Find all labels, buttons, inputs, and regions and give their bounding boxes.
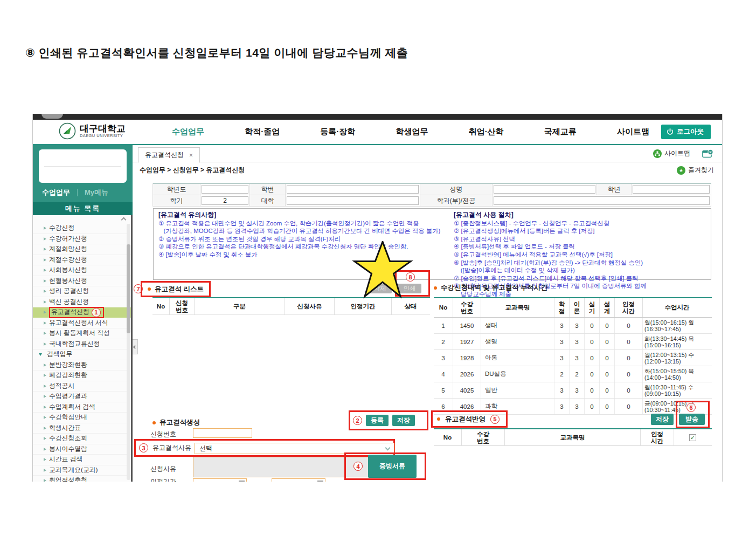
sidebar-item-label: 생리 공결신청	[49, 287, 89, 296]
annotation-3: 3	[139, 443, 148, 452]
logout-button[interactable]: 로그아웃	[661, 125, 711, 139]
content-area: 유고결석신청 × 사이트맵	[133, 145, 722, 482]
application-no-label: 신청번호	[150, 430, 176, 439]
sidebar-item-14[interactable]: 폐강강좌현황	[33, 371, 131, 381]
period-end-input[interactable]	[272, 478, 325, 482]
absence-list-title: 유고결석 리스트	[155, 285, 204, 294]
sidebar-item-21[interactable]: 봉사이수열람	[33, 444, 131, 455]
evidence-button[interactable]: 증빙서류	[368, 455, 417, 478]
select-all-checkbox[interactable]: ✓	[689, 434, 696, 441]
sidebar-item-1[interactable]: 수강허가신청	[33, 234, 131, 245]
sidebar-item-22[interactable]: 시간표 검색	[33, 455, 131, 465]
sidebar-tab-mymenu[interactable]: My메뉴	[85, 188, 108, 197]
breadcrumb-row: 수업업무 > 신청업무 > 유고결석신청 ★ 즐겨찾기	[133, 162, 722, 178]
create-section-title: 유고결석생성	[159, 418, 200, 427]
arrow-right-icon	[44, 248, 46, 251]
tab-close-icon[interactable]: ×	[189, 152, 193, 159]
course-code: 2026	[453, 366, 481, 382]
period-start-input[interactable]	[193, 478, 247, 482]
nav-item-2[interactable]: 등록·장학	[320, 127, 355, 137]
semester-input[interactable]: 2	[202, 196, 248, 205]
course-recognized-hours: 0	[615, 366, 643, 382]
sidebar-tab-work[interactable]: 수업업무	[42, 188, 70, 197]
course-credit: 3	[554, 318, 570, 333]
notice-line-6: ([발송]이후에는 데이터 수정 및 삭제 불가)	[454, 266, 708, 275]
sidebar-item-3[interactable]: 계절수강신청	[33, 255, 131, 266]
course-no: 3	[434, 350, 453, 366]
apply-col-check: ✓	[674, 429, 711, 446]
sidebar-item-16[interactable]: 수업평가결과	[33, 392, 131, 402]
sidebar-item-13[interactable]: 분반강좌현황	[33, 360, 131, 371]
notice-line-4: ④ [발송]이후 날짜 수정 및 취소 불가	[158, 251, 446, 259]
section-bullet-icon	[437, 417, 440, 421]
sidebar-item-17[interactable]: 수업계획서 검색	[33, 402, 131, 413]
grade-label: 학년	[597, 183, 632, 195]
apply-col-2: 교과목명	[505, 429, 641, 446]
sidebar-item-5[interactable]: 헌혈봉사신청	[33, 276, 131, 287]
sidebar-item-2[interactable]: 계절희망신청	[33, 244, 131, 255]
student-no-input[interactable]	[287, 185, 419, 194]
sidebar-item-0[interactable]: 수강신청	[33, 223, 131, 234]
window-top-blob	[41, 114, 63, 119]
sidebar-item-11[interactable]: 국내학점교류신청	[33, 339, 131, 350]
sidebar-item-12[interactable]: 검색업무	[33, 349, 131, 360]
sidebar-collapse-handle[interactable]	[133, 339, 138, 354]
sitemap-icon	[653, 149, 662, 158]
sidebar-item-23[interactable]: 교과목개요(교과)	[33, 465, 131, 476]
arrow-right-icon	[44, 290, 46, 293]
notice-line-0: ① 유고결석 적용은 대면수업 및 실시간 Zoom 수업, 학습기간(출석인정…	[158, 220, 446, 228]
menu-scrollbar[interactable]	[127, 224, 130, 480]
major-input[interactable]	[494, 196, 710, 205]
college-input[interactable]	[287, 196, 419, 205]
sidebar-item-9[interactable]: 유고결석신청서 서식	[33, 318, 131, 329]
sidebar-item-19[interactable]: 학생시간표	[33, 423, 131, 434]
annotation-4-box: 4 증빙서류	[344, 452, 426, 480]
name-input[interactable]	[494, 185, 595, 194]
sidebar-item-15[interactable]: 성적공시	[33, 381, 131, 392]
nav-item-4[interactable]: 취업·산학	[469, 127, 504, 137]
course-no: 5	[434, 382, 453, 398]
delete-button[interactable]: 삭제	[368, 284, 392, 293]
course-recognized-hours: 0	[615, 334, 643, 349]
nav-item-6[interactable]: 사이트맵	[617, 127, 649, 137]
print-button[interactable]: 인쇄	[398, 284, 421, 293]
arrow-right-icon	[44, 479, 46, 482]
sitemap-link[interactable]: 사이트맵	[653, 149, 690, 158]
application-no-input[interactable]	[193, 428, 252, 438]
favorite-link[interactable]: ★ 즐겨찾기	[677, 166, 714, 175]
sidebar-item-8[interactable]: 유고결석신청1	[33, 307, 131, 318]
sidebar-item-18[interactable]: 수강학점안내	[33, 413, 131, 423]
apply-save-button[interactable]: 저장	[651, 414, 674, 425]
course-design: 0	[600, 382, 615, 398]
nav-item-3[interactable]: 학생업무	[396, 127, 428, 137]
grade-input[interactable]	[633, 185, 710, 194]
sidebar-tabs: 수업업무 My메뉴	[33, 183, 133, 202]
course-row-3: 42026DU실용22000화(15:00~15:50) 목(14:00~14:…	[434, 366, 712, 382]
student-no-label: 학번	[249, 183, 286, 195]
sidebar-item-label: 헌혈봉사신청	[49, 277, 87, 285]
year-input[interactable]	[202, 185, 248, 194]
major-label: 학과(부)/전공	[420, 195, 493, 207]
sidebar-item-24[interactable]: 취업적성추천	[33, 476, 131, 482]
course-name: 생태	[481, 318, 554, 333]
breadcrumb: 수업업무 > 신청업무 > 유고결석신청	[140, 166, 245, 175]
sidebar-item-4[interactable]: 사회봉사신청	[33, 265, 131, 276]
nav-item-0[interactable]: 수업업무	[172, 127, 204, 137]
nav-item-1[interactable]: 학적·졸업	[245, 127, 280, 137]
sidebar-item-6[interactable]: 생리 공결신청	[33, 286, 131, 297]
annotation-1-box: 유고결석신청1	[49, 307, 104, 318]
tab-absence-application[interactable]: 유고결석신청 ×	[138, 147, 200, 163]
close-window-icon[interactable]	[702, 149, 713, 158]
nav-item-5[interactable]: 국제교류	[544, 127, 577, 137]
sidebar-item-10[interactable]: 봉사 활동계획서 작성	[33, 328, 131, 339]
sidebar-tab-divider	[77, 189, 78, 196]
menu-scrollbar-thumb[interactable]	[127, 244, 130, 333]
sidebar-item-7[interactable]: 백신 공결신청	[33, 297, 131, 308]
send-button[interactable]: 발송	[679, 414, 705, 425]
arrow-right-icon	[44, 448, 46, 451]
register-button[interactable]: 등록	[366, 415, 389, 426]
arrow-right-icon	[44, 385, 46, 388]
create-save-button[interactable]: 저장	[392, 415, 415, 426]
courses-table: No수강 번호교과목명학 점이 론실 기설 계인정 시간수업시간 11450생태…	[434, 297, 712, 415]
sidebar-item-20[interactable]: 수강신청조회	[33, 434, 131, 444]
